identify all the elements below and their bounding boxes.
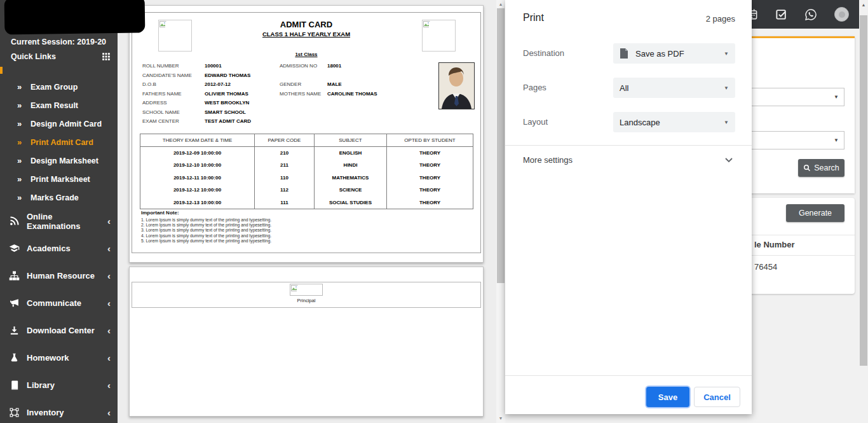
broken-image-icon [291,285,299,292]
print-dialog-footer: Save Cancel [505,375,752,414]
page-count: 2 pages [706,14,735,24]
sidebar: Current Session: 2019-20 Quick Links »Ex… [0,0,118,423]
sidebar-item-download-center[interactable]: Download Center‹ [0,317,118,344]
book-icon [9,380,20,391]
sidebar-item-exam-result[interactable]: »Exam Result [0,96,118,114]
sidebar-item-communicate[interactable]: Communicate‹ [0,289,118,317]
user-avatar[interactable] [834,7,849,22]
sidebar-item-design-marksheet[interactable]: »Design Marksheet [0,151,118,170]
grid-icon[interactable] [102,52,111,64]
exam-schedule-table: THEORY EXAM DATE & TIME PAPER CODE SUBJE… [140,134,473,209]
window-scrollbar[interactable]: ▲ [859,0,868,423]
dropdown-caret-icon: ▼ [724,120,729,125]
window-scrollbar-thumb[interactable] [860,15,867,366]
sidebar-item-academics[interactable]: Academics‹ [0,235,118,262]
layout-label: Layout [523,112,548,132]
graduation-cap-icon [9,243,20,254]
dropdown-caret-icon: ▼ [724,51,729,57]
student-fields-left: ROLL NUMBER100001 CANDIDATE'S NAMEEDWARD… [142,62,251,127]
print-dialog: Print 2 pages Destination Save as PDF ▼ … [505,0,752,414]
chevron-left-icon: ‹ [107,407,111,418]
preview-scrollbar[interactable]: ▲ ▼ [496,0,505,423]
broken-image-icon [423,21,431,28]
print-preview-pane: ADMIT CARD CLASS 1 HALF YEARLY EXAM 1st … [118,0,505,423]
flask-icon [9,352,20,363]
sidebar-item-print-admit-card[interactable]: »Print Admit Card [0,133,118,151]
search-icon [803,164,811,172]
main-menu: Online Examinations‹ Academics‹ Human Re… [0,207,118,423]
chevron-left-icon: ‹ [107,270,111,281]
more-settings-toggle[interactable]: More settings [505,153,752,169]
sidebar-item-design-admit-card[interactable]: »Design Admit Card [0,114,118,133]
double-chevron-icon: » [17,137,31,147]
double-chevron-icon: » [17,193,31,202]
download-icon [9,325,20,336]
admit-card: ADMIT CARD CLASS 1 HALF YEARLY EXAM 1st … [132,12,481,253]
table-row: 2019-12-13 10:00:00111SOCIAL STUDIESTHEO… [140,197,473,209]
sidebar-item-exam-group[interactable]: »Exam Group [0,78,118,96]
important-notes: 1. Lorem Ipsum is simply dummy text of t… [141,218,271,244]
mobile-number-cell: 76454 [754,262,777,272]
select-caret-icon: ▼ [834,137,839,143]
generate-button[interactable]: Generate [786,204,844,222]
sidebar-item-marks-grade[interactable]: »Marks Grade [0,188,118,207]
principal-signature-placeholder [290,284,323,296]
sidebar-item-print-marksheet[interactable]: »Print Marksheet [0,170,118,188]
sitemap-icon [9,270,20,281]
chevron-left-icon: ‹ [107,243,111,254]
rss-icon [9,216,20,226]
task-check-icon[interactable] [775,8,787,20]
quick-links-label[interactable]: Quick Links [11,52,56,61]
whatsapp-icon[interactable] [804,8,817,21]
layout-select[interactable]: Landscape ▼ [613,112,735,132]
divider [505,145,752,146]
sidebar-item-online-examinations[interactable]: Online Examinations‹ [0,207,118,235]
cancel-button[interactable]: Cancel [694,387,740,407]
pdf-document-icon [620,48,628,59]
double-chevron-icon: » [17,174,31,184]
important-note-title: Important Note: [141,210,179,216]
table-row: 2019-12-11 10:00:00110MATHEMATICSTHEORY [140,172,473,184]
table-row: 2019-12-12 10:00:00112SCIENCETHEORY [140,184,473,197]
double-chevron-icon: » [17,119,31,128]
print-dialog-title: Print [523,12,544,24]
pages-select[interactable]: All ▼ [613,78,735,98]
pages-label: Pages [523,78,546,98]
chevron-left-icon: ‹ [107,325,111,336]
chevron-left-icon: ‹ [107,216,111,226]
search-button[interactable]: Search [798,159,844,177]
dropdown-caret-icon: ▼ [724,85,729,91]
sidebar-item-inventory[interactable]: Inventory‹ [0,399,118,423]
sidebar-item-library[interactable]: Library‹ [0,371,118,399]
scroll-up-icon[interactable]: ▲ [496,2,505,6]
bullhorn-icon [9,298,20,309]
destination-select[interactable]: Save as PDF ▼ [613,43,735,64]
sidebar-item-homework[interactable]: Homework‹ [0,344,118,371]
preview-page-2: Principal [129,267,484,417]
double-chevron-icon: » [17,82,31,92]
sign-image-placeholder [422,20,456,52]
scroll-down-icon[interactable]: ▼ [496,416,505,420]
chevron-left-icon: ‹ [107,352,111,363]
double-chevron-icon: » [17,101,31,110]
screen: ▲ ▼ ▼ Search Generate le Number 76454 Cu… [0,0,868,423]
preview-page-1: ADMIT CARD CLASS 1 HALF YEARLY EXAM 1st … [129,5,484,263]
table-row: 2019-12-10 10:00:00211HINDITHEORY [140,159,473,172]
current-session-label: Current Session: 2019-20 [11,38,106,46]
box-icon [9,407,20,418]
scroll-up-icon[interactable]: ▲ [859,3,868,7]
chevron-left-icon: ‹ [107,380,111,391]
preview-scrollbar-thumb[interactable] [497,8,505,283]
exam-submenu: »Exam Group »Exam Result »Design Admit C… [0,78,118,207]
chevron-left-icon: ‹ [107,298,111,309]
class-label: 1st Class [132,52,480,57]
principal-label: Principal [132,298,480,303]
chevron-down-icon [725,158,733,163]
save-button[interactable]: Save [646,387,689,407]
redacted-logo-area [4,0,146,35]
destination-label: Destination [523,43,564,64]
active-section-marker [0,67,3,74]
student-fields-right: ADMISSION NO18001 GENDERMALE MOTHERS NAM… [280,62,377,99]
student-photo [438,62,475,109]
sidebar-item-human-resource[interactable]: Human Resource‹ [0,262,118,289]
